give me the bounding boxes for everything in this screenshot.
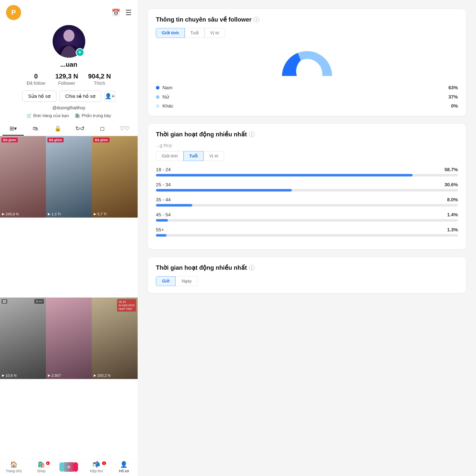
age-row-header-55plus: 55+ 1.3%	[156, 227, 458, 233]
bar-track-2534	[156, 189, 458, 192]
tag-icon: ◻	[100, 125, 105, 132]
age-pct-3544: 8.0%	[447, 197, 458, 203]
follower-card-title: Thông tin chuyên sâu về follower i	[156, 16, 458, 23]
stat-likes: 904,2 N Thích	[88, 72, 111, 86]
nam-dot	[156, 86, 159, 89]
add-content-button[interactable]: +	[62, 462, 75, 472]
activity-info-icon[interactable]: i	[249, 132, 254, 137]
avatar-add-button[interactable]: +	[76, 48, 84, 57]
tab-gender-activity[interactable]: Giới tính	[156, 151, 183, 161]
age-pct-55plus: 1.3%	[447, 227, 458, 233]
video-count-3: ▶ 5,7 Tr	[94, 212, 107, 216]
bar-track-3544	[156, 204, 458, 207]
tab-repost[interactable]: ↻↺	[69, 122, 90, 136]
nu-dot	[156, 95, 159, 99]
video-cell-1[interactable]: Đã ghim ▶ 245,8 N	[0, 136, 46, 218]
share-profile-button[interactable]: Chia sẻ hồ sơ	[59, 90, 101, 102]
inbox-icon: 📬	[92, 461, 100, 468]
top-nav: P 📅 ☰	[0, 0, 138, 23]
khac-dot	[156, 104, 159, 108]
video-cell-3[interactable]: Đã ghim ▶ 5,7 Tr	[92, 136, 138, 218]
video-count-5: ▶ 2.507	[48, 373, 61, 377]
activity-card-title: Thời gian hoạt động nhiều nhất i	[156, 131, 458, 138]
tab-age-activity[interactable]: Tuổi	[183, 151, 204, 161]
pinned-badge-3: Đã ghim	[93, 138, 110, 142]
calendar-icon[interactable]: 📅	[112, 9, 120, 17]
age-range-1824: 18 - 24	[156, 167, 171, 172]
legend-nam: Nam 63%	[156, 85, 458, 90]
nav-home[interactable]: 🏠 Trang chủ	[0, 461, 28, 473]
tab-gender[interactable]: Giới tính	[156, 28, 185, 38]
tab-hour[interactable]: Giờ	[156, 276, 175, 286]
tab-tagged[interactable]: ◻	[91, 122, 113, 136]
tab-liked[interactable]: ♡♡	[114, 122, 135, 136]
scroll-hint-text: ...g thuy	[156, 143, 458, 148]
follower-info-icon[interactable]: i	[254, 17, 259, 22]
nav-shop[interactable]: 🛍️ Shop ●	[28, 461, 55, 473]
bar-fill-4554	[156, 219, 168, 222]
age-row-3544: 35 - 44 8.0%	[156, 197, 458, 207]
play-icon-4: ▶	[2, 373, 5, 377]
edit-profile-button[interactable]: Sửa hồ sơ	[22, 90, 56, 102]
follower-analytics-card: Thông tin chuyên sâu về follower i Giới …	[148, 9, 466, 116]
home-icon: 🏠	[10, 461, 18, 468]
donut-chart-container	[156, 44, 458, 79]
age-range-55plus: 55+	[156, 227, 164, 233]
tab-location-activity[interactable]: Vị trí	[204, 151, 224, 161]
follow-label: Đã follow	[27, 81, 45, 86]
showcase-link[interactable]: 🛍️ Phần trưng bày	[75, 113, 111, 118]
khac-label: Khác	[162, 103, 451, 109]
likes-label: Thích	[88, 81, 111, 86]
time-info-icon[interactable]: i	[249, 265, 254, 270]
stat-follow: 0 Đã follow	[27, 72, 45, 86]
gender-legend: Nam 63% Nữ 37% Khác 0%	[156, 85, 458, 109]
app-logo[interactable]: P	[6, 5, 21, 20]
menu-icon[interactable]: ☰	[125, 9, 132, 17]
video-cell-4[interactable]: 🖼 3 => ▶ 10,6 N	[0, 298, 46, 379]
content-tab-bar: ⊞▾ 🛍 🔒 ↻↺ ◻ ♡♡	[0, 122, 138, 136]
svg-point-1	[63, 30, 74, 42]
tab-shop[interactable]: 🛍	[25, 122, 46, 136]
pinned-badge-1: Đã ghim	[2, 138, 18, 142]
stat-follower: 129,3 N Follower	[55, 72, 78, 86]
orders-link[interactable]: 🛒 Đơn hàng của bạn	[27, 113, 69, 118]
nav-profile[interactable]: 👤 Hồ sơ	[110, 461, 138, 473]
video-count-4: ▶ 10,6 N	[2, 373, 17, 377]
profile-section: + ...uan 0 Đã follow 129,3 N Follower 90…	[0, 23, 138, 122]
play-icon-6: ▶	[94, 373, 96, 377]
nav-inbox[interactable]: 📬 Hộp thư 6	[82, 461, 110, 473]
lock-icon: 🔒	[54, 125, 61, 132]
video-cell-6[interactable]: IA) IHIH HA9 NOOHa9T HNA ▶ 200,2 N	[92, 298, 138, 379]
repost-icon: ↻↺	[75, 125, 84, 132]
tab-location[interactable]: Vị trí	[205, 28, 225, 38]
tab-day[interactable]: Ngày	[175, 276, 198, 286]
grid-icon: ⊞▾	[10, 125, 17, 132]
pinned-badge-2: Đã ghim	[47, 138, 64, 142]
bar-fill-2534	[156, 189, 292, 192]
video-cell-2[interactable]: Đã ghim ▶ 1,3 Tr	[46, 136, 92, 218]
inbox-badge: 6	[102, 461, 106, 465]
age-row-1824: 18 - 24 58.7%	[156, 167, 458, 176]
nu-value: 37%	[448, 94, 458, 100]
video-cell-5[interactable]: ▶ 2.507	[46, 298, 92, 379]
avatar-wrapper: +	[53, 25, 85, 58]
tab-age[interactable]: Tuổi	[185, 28, 205, 38]
donut-chart	[277, 44, 337, 79]
bottom-nav: 🏠 Trang chủ 🛍️ Shop ● + 📬 Hộp thư 6 👤 Hồ…	[0, 459, 138, 476]
legend-nu: Nữ 37%	[156, 94, 458, 100]
tab-videos[interactable]: ⊞▾	[3, 122, 24, 136]
shop-icon: 🛍️	[38, 461, 45, 468]
left-panel: P 📅 ☰	[0, 0, 138, 476]
add-friend-button[interactable]: 👤+	[104, 91, 115, 102]
bag-icon: 🛍️	[75, 113, 80, 118]
shop-bag-icon: 🛍	[33, 125, 38, 132]
overlay-text: IA) IHIH HA9 NOOHa9T HNA	[117, 299, 136, 312]
profile-handle: @duongthaithuy	[52, 105, 85, 111]
nav-add[interactable]: +	[55, 461, 83, 473]
legend-khac: Khác 0%	[156, 103, 458, 109]
plus-icon: +	[67, 463, 71, 471]
age-pct-1824: 58.7%	[444, 167, 458, 172]
age-row-header-1824: 18 - 24 58.7%	[156, 167, 458, 172]
tab-saved[interactable]: 🔒	[47, 122, 68, 136]
follower-count: 129,3 N	[55, 72, 78, 80]
